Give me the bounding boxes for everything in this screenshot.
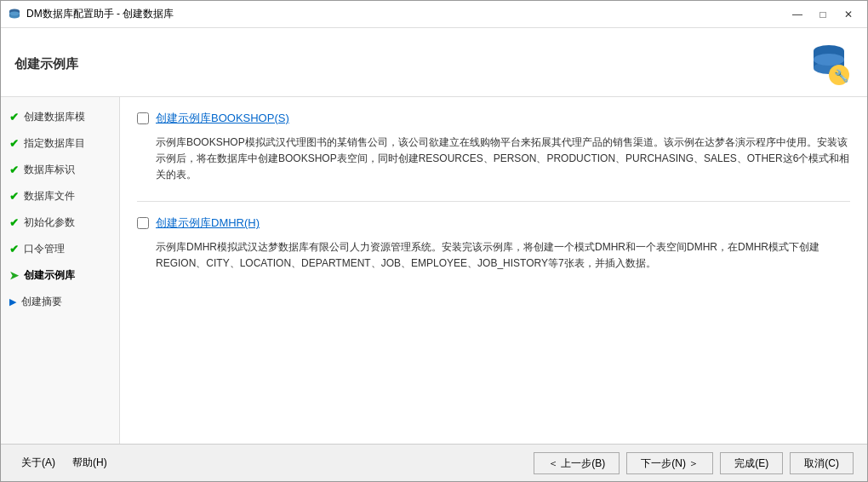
help-button[interactable]: 帮助(H) xyxy=(66,452,114,473)
sidebar-label-3: 数据库标识 xyxy=(24,163,75,177)
dmhr-label[interactable]: 创建示例库DMHR(H) xyxy=(156,215,260,231)
svg-point-7 xyxy=(814,54,844,66)
dmhr-title-row: 创建示例库DMHR(H) xyxy=(137,215,850,231)
svg-text:🔧: 🔧 xyxy=(834,69,849,83)
header-icon: 🔧 xyxy=(802,38,854,89)
sidebar-item-init-params[interactable]: ✔ 初始化参数 xyxy=(1,209,119,236)
sidebar-item-password-mgmt[interactable]: ✔ 口令管理 xyxy=(1,236,119,262)
check-icon-4: ✔ xyxy=(9,190,19,203)
check-icon-3: ✔ xyxy=(9,164,19,176)
check-icon-2: ✔ xyxy=(9,137,19,150)
footer-right-buttons: ＜ 上一步(B) 下一步(N) ＞ 完成(E) 取消(C) xyxy=(534,452,854,474)
dmhr-description: 示例库DMHR模拟武汉达梦数据库有限公司人力资源管理系统。安装完该示例库，将创建… xyxy=(156,239,850,272)
sidebar-label-7: 创建示例库 xyxy=(24,268,75,283)
bookshop-description: 示例库BOOKSHOP模拟武汉代理图书的某销售公司，该公司欲建立在线购物平台来拓… xyxy=(156,135,850,184)
maximize-button[interactable]: □ xyxy=(811,6,835,23)
main-window: DM数据库配置助手 - 创建数据库 — □ ✕ 创建示例库 🔧 xyxy=(0,0,868,482)
sidebar-label-2: 指定数据库目 xyxy=(24,136,85,151)
cancel-button[interactable]: 取消(C) xyxy=(790,452,854,474)
about-button[interactable]: 关于(A) xyxy=(14,452,62,473)
section-divider xyxy=(137,201,850,202)
sidebar-item-db-files[interactable]: ✔ 数据库文件 xyxy=(1,183,119,209)
sidebar-label-1: 创建数据库模 xyxy=(24,110,85,124)
sidebar-item-create-example[interactable]: ➤ 创建示例库 xyxy=(1,262,119,289)
sidebar-label-6: 口令管理 xyxy=(24,242,65,256)
minimize-button[interactable]: — xyxy=(785,6,809,23)
finish-button[interactable]: 完成(E) xyxy=(720,452,783,474)
title-bar: DM数据库配置助手 - 创建数据库 — □ ✕ xyxy=(1,1,867,28)
header-section: 创建示例库 🔧 xyxy=(1,28,867,97)
svg-point-3 xyxy=(9,11,20,15)
dmhr-block: 创建示例库DMHR(H) 示例库DMHR模拟武汉达梦数据库有限公司人力资源管理系… xyxy=(137,215,850,272)
title-bar-left: DM数据库配置助手 - 创建数据库 xyxy=(8,7,174,21)
bookshop-block: 创建示例库BOOKSHOP(S) 示例库BOOKSHOP模拟武汉代理图书的某销售… xyxy=(137,111,850,184)
header-db-icon: 🔧 xyxy=(805,41,852,88)
window-title: DM数据库配置助手 - 创建数据库 xyxy=(26,7,174,21)
title-bar-controls: — □ ✕ xyxy=(785,6,860,23)
main-content: ✔ 创建数据库模 ✔ 指定数据库目 ✔ 数据库标识 ✔ 数据库文件 ✔ 初始化参… xyxy=(1,97,867,444)
app-icon xyxy=(8,8,21,21)
next-button[interactable]: 下一步(N) ＞ xyxy=(626,452,713,474)
sidebar-label-5: 初始化参数 xyxy=(24,215,75,230)
sidebar-item-db-identity[interactable]: ✔ 数据库标识 xyxy=(1,157,119,183)
sidebar-item-create-summary[interactable]: ▶ 创建摘要 xyxy=(1,289,119,315)
dmhr-checkbox[interactable] xyxy=(137,217,149,229)
sidebar-item-specify-db-dir[interactable]: ✔ 指定数据库目 xyxy=(1,130,119,157)
sidebar: ✔ 创建数据库模 ✔ 指定数据库目 ✔ 数据库标识 ✔ 数据库文件 ✔ 初始化参… xyxy=(1,97,120,444)
check-icon-6: ✔ xyxy=(9,243,19,255)
prev-button[interactable]: ＜ 上一步(B) xyxy=(534,452,620,474)
sidebar-item-create-db-model[interactable]: ✔ 创建数据库模 xyxy=(1,104,119,130)
check-icon-1: ✔ xyxy=(9,111,19,123)
arrow-icon-7: ➤ xyxy=(9,269,19,282)
bookshop-title-row: 创建示例库BOOKSHOP(S) xyxy=(137,111,850,126)
check-icon-5: ✔ xyxy=(9,216,19,229)
close-button[interactable]: ✕ xyxy=(837,6,860,23)
header-title: 创建示例库 xyxy=(14,56,78,72)
footer: 关于(A) 帮助(H) ＜ 上一步(B) 下一步(N) ＞ 完成(E) 取消(C… xyxy=(1,444,867,481)
bookshop-checkbox[interactable] xyxy=(137,112,149,124)
triangle-icon-8: ▶ xyxy=(9,296,16,307)
sidebar-label-4: 数据库文件 xyxy=(24,189,75,204)
bookshop-label[interactable]: 创建示例库BOOKSHOP(S) xyxy=(156,111,289,126)
footer-left-buttons: 关于(A) 帮助(H) xyxy=(14,452,114,473)
sidebar-label-8: 创建摘要 xyxy=(21,295,62,309)
content-area: 创建示例库BOOKSHOP(S) 示例库BOOKSHOP模拟武汉代理图书的某销售… xyxy=(120,97,867,444)
